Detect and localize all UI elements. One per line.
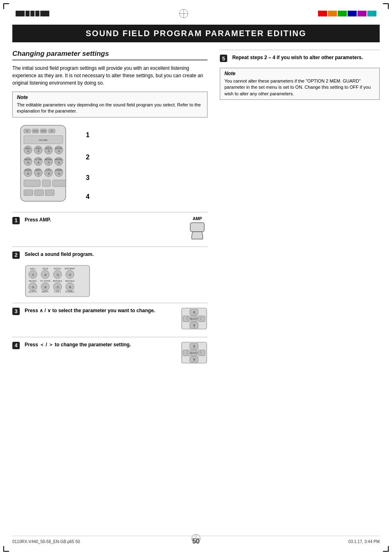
- green-block: [338, 11, 347, 16]
- svg-text:⑩: ⑩: [58, 173, 60, 175]
- step4-number: 4: [12, 342, 20, 349]
- svg-text:⑩: ⑩: [27, 173, 29, 175]
- step2-container: 2 Select a sound field program. HALL JAZ…: [12, 246, 208, 299]
- nav-arrows-svg-3: ∧ 〈 SELECT 〉 ∨: [181, 307, 208, 330]
- step1-divider: [12, 212, 208, 212]
- step3-nav-image: ∧ 〈 SELECT 〉 ∨: [181, 307, 208, 331]
- right-note-box: Note You cannot alter these parameters i…: [220, 68, 380, 100]
- svg-text:⑤: ⑤: [27, 161, 29, 164]
- svg-text:ENTMT: ENTMT: [55, 147, 62, 150]
- svg-text:MUSIC: MUSIC: [25, 158, 32, 161]
- step3: 3 Press ∧ / ∨ to select the parameter yo…: [12, 307, 208, 331]
- svg-rect-50: [24, 190, 33, 196]
- svg-text:∧: ∧: [193, 310, 196, 314]
- svg-text:〈: 〈: [184, 316, 188, 321]
- step5-divider: [220, 50, 380, 50]
- svg-text:③: ③: [48, 150, 50, 152]
- corner-mark-br: [383, 546, 389, 552]
- svg-text:TV: TV: [26, 130, 29, 132]
- diagram-label-1: 1: [86, 131, 90, 139]
- header-right-blocks: [318, 11, 376, 16]
- svg-rect-52: [45, 190, 54, 196]
- svg-text:⑥: ⑥: [37, 161, 39, 164]
- svg-text:⑧: ⑧: [69, 286, 71, 289]
- svg-text:②: ②: [37, 150, 39, 152]
- step4-text: Press ＜ / ＞ to change the parameter sett…: [25, 341, 173, 348]
- svg-text:VCR: VCR: [33, 130, 38, 132]
- nav-arrows-svg-4: ∧ 〈 SELECT 〉 ∨: [181, 341, 208, 364]
- diagram-label-2: 2: [86, 154, 90, 161]
- step2-buttons: HALL JAZZ ROCK ENTMNT ① ② ③ ④: [25, 265, 208, 299]
- svg-text:DL/DTS: DL/DTS: [29, 290, 37, 293]
- step2-divider: [12, 246, 208, 247]
- footer-right: 03.1.17, 3:44 PM: [257, 539, 380, 544]
- section-heading: Changing parameter settings: [12, 50, 208, 60]
- step1-text: Press AMP.: [25, 216, 179, 223]
- svg-text:MUSIC: MUSIC: [29, 280, 37, 282]
- intro-text: The initial sound field program settings…: [12, 64, 208, 87]
- svg-text:①: ①: [27, 150, 29, 152]
- step5-number: 5: [220, 55, 227, 62]
- step2: 2 Select a sound field program.: [12, 251, 208, 259]
- svg-text:∨: ∨: [193, 323, 196, 327]
- svg-text:⑥: ⑥: [44, 286, 47, 289]
- corner-mark-tr: [383, 3, 389, 9]
- svg-text:⑦: ⑦: [48, 161, 50, 164]
- svg-text:SELECT: SELECT: [190, 352, 198, 354]
- step2-number: 2: [12, 251, 20, 259]
- svg-text:MOVIE1: MOVIE1: [53, 280, 62, 282]
- svg-text:ENTMNT: ENTMNT: [65, 267, 75, 270]
- header-left-blocks: [16, 11, 49, 16]
- svg-text:MOVIE2: MOVIE2: [55, 158, 63, 161]
- svg-text:MOVIE1: MOVIE1: [45, 158, 53, 161]
- step5: 5 Repeat steps 2 – 4 if you wish to alte…: [220, 54, 380, 62]
- corner-mark-bl: [3, 546, 9, 552]
- svg-text:⑤: ⑤: [32, 286, 35, 289]
- svg-text:⑧: ⑧: [58, 161, 60, 164]
- svg-text:TV THR: TV THR: [35, 158, 42, 161]
- svg-text:STEREO: STEREO: [65, 290, 75, 293]
- footer-compass: [191, 534, 201, 544]
- step4-nav-image: ∧ 〈 SELECT 〉 ∨: [181, 341, 208, 365]
- orange-block: [328, 11, 337, 16]
- diagram-label-3: 3: [86, 174, 90, 182]
- step3-number: 3: [12, 308, 20, 315]
- svg-text:ROCK: ROCK: [54, 267, 61, 270]
- right-column: 5 Repeat steps 2 – 4 if you wish to alte…: [220, 50, 380, 371]
- svg-text:HALL: HALL: [25, 147, 31, 150]
- block: [30, 11, 35, 16]
- header-bar: [16, 9, 376, 18]
- step4: 4 Press ＜ / ＞ to change the parameter se…: [12, 341, 208, 365]
- right-note-text: You cannot alter these parameters if the…: [224, 78, 375, 97]
- block: [35, 11, 39, 16]
- block: [40, 11, 49, 16]
- svg-text:∨: ∨: [193, 357, 196, 362]
- svg-text:HALL: HALL: [30, 267, 36, 270]
- svg-text:⑩: ⑩: [48, 173, 50, 175]
- amp-button-svg: [187, 222, 208, 241]
- svg-text:STEREO: STEREO: [55, 169, 63, 171]
- svg-text:⑩: ⑩: [37, 173, 39, 175]
- svg-text:6.1/5.1: 6.1/5.1: [46, 169, 51, 171]
- step1-container: 1 Press AMP. AMP: [12, 212, 208, 241]
- purple-block: [357, 11, 367, 16]
- svg-text:〉: 〉: [200, 316, 204, 321]
- svg-text:⑦: ⑦: [56, 286, 59, 289]
- svg-text:④: ④: [69, 273, 71, 277]
- note-box: Note The editable parameters vary depend…: [12, 92, 208, 117]
- svg-text:〈: 〈: [184, 350, 188, 355]
- step4-container: 4 Press ＜ / ＞ to change the parameter se…: [12, 337, 208, 365]
- amp-label: AMP: [193, 216, 202, 221]
- diagram-label-4: 4: [86, 193, 90, 200]
- compass-bottom-icon: [191, 534, 201, 543]
- step5-container: 5 Repeat steps 2 – 4 if you wish to alte…: [220, 50, 380, 62]
- svg-text:6.1/5.1: 6.1/5.1: [54, 290, 61, 293]
- step1-amp-image: AMP: [187, 216, 208, 241]
- svg-text:∧: ∧: [193, 344, 196, 348]
- svg-text:SELECT: SELECT: [190, 318, 198, 320]
- svg-rect-53: [190, 223, 204, 232]
- left-column: Changing parameter settings The initial …: [12, 50, 208, 371]
- svg-text:VOLUME: VOLUME: [39, 139, 48, 141]
- main-content: SOUND FIELD PROGRAM PARAMETER EDITING Ch…: [12, 25, 380, 539]
- svg-text:〉: 〉: [200, 350, 204, 355]
